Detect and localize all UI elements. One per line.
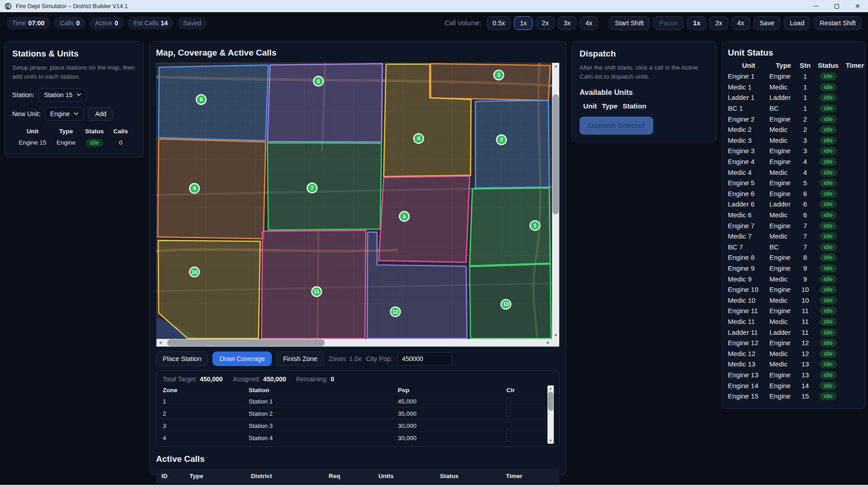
call-volume-0.5x[interactable]: 0.5x [487, 16, 511, 30]
scroll-up-icon[interactable]: ▲ [554, 64, 558, 68]
scroll-left-icon[interactable]: ◄ [158, 341, 162, 345]
restart-shift-button[interactable]: Restart Shift [814, 16, 862, 30]
unit-status-row[interactable]: BC 7BC7idle [728, 242, 859, 253]
map-vertical-scrollbar[interactable]: ▲ ▼ [552, 63, 559, 339]
unit-status-row[interactable]: Medic 7Medic7idle [728, 231, 859, 242]
station-marker-8[interactable]: 8 [196, 95, 206, 104]
zone-color-swatch[interactable] [506, 433, 511, 441]
save-button[interactable]: Save [754, 16, 780, 30]
unit-status-row[interactable]: Engine 12Engine12idle [728, 338, 859, 348]
zone-color-swatch[interactable] [506, 421, 511, 429]
unit-status-row[interactable]: Medic 13Medic13idle [728, 359, 859, 370]
call-volume-1x[interactable]: 1x [514, 16, 533, 30]
new-unit-select[interactable]: Engine [45, 107, 85, 121]
zone-table-scrollbar[interactable]: ▲ ▼ [547, 385, 554, 444]
station-unit-row[interactable]: Engine 15Engineidle0 [12, 136, 136, 149]
station-marker-1[interactable]: 1 [530, 221, 540, 230]
unit-status-row[interactable]: Engine 5Engine5idle [728, 178, 859, 188]
draw-coverage-button[interactable]: Draw Coverage [212, 352, 272, 366]
station-marker-5[interactable]: 5 [399, 211, 409, 221]
zone-color-swatch[interactable] [506, 409, 511, 417]
unit-status-row[interactable]: Engine 6Engine6idle [728, 188, 859, 199]
station-marker-10[interactable]: 10 [189, 267, 199, 277]
sim-speed-4x[interactable]: 4x [731, 16, 750, 30]
unit-status-row[interactable]: Engine 7Engine7idle [728, 220, 859, 231]
unit-status-row[interactable]: Engine 4Engine4idle [728, 156, 859, 167]
unit-status-row[interactable]: Ladder 1Ladder1idle [728, 92, 859, 103]
station-marker-3[interactable]: 3 [494, 70, 504, 80]
unit-status-row[interactable]: Medic 10Medic10idle [728, 295, 859, 305]
scroll-down-icon[interactable]: ▼ [554, 333, 558, 338]
map-horizontal-scrollbar[interactable]: ◄ ► [156, 339, 552, 347]
unit-status-row[interactable]: Ladder 11Ladder11idle [728, 327, 859, 338]
finish-zone-button[interactable]: Finish Zone [276, 352, 324, 366]
zone-polygon-8[interactable] [159, 65, 269, 141]
zone-polygon-2[interactable] [476, 100, 549, 188]
unit-status-row[interactable]: Engine 8Engine8idle [728, 252, 859, 263]
city-pop-input[interactable] [397, 352, 452, 366]
zone-polygon-10[interactable] [158, 240, 260, 338]
station-marker-13[interactable]: 13 [501, 300, 511, 309]
station-marker-9[interactable]: 9 [189, 183, 199, 193]
place-station-button[interactable]: Place Station [156, 352, 208, 366]
unit-status-row[interactable]: BC 1BC1idle [728, 103, 859, 114]
unit-status-row[interactable]: Medic 11Medic11idle [728, 316, 859, 327]
minimize-button[interactable] [806, 0, 826, 12]
unit-status-row[interactable]: Engine 11Engine11idle [728, 305, 859, 316]
add-unit-button[interactable]: Add [88, 107, 113, 121]
station-marker-12[interactable]: 12 [391, 307, 401, 316]
sim-speed-1x[interactable]: 1x [687, 16, 706, 30]
sim-speed-2x[interactable]: 2x [709, 16, 728, 30]
unit-status-row[interactable]: Engine 14Engine14idle [728, 380, 859, 391]
city-map[interactable]: 12345678910111213 [156, 63, 552, 339]
call-volume-3x[interactable]: 3x [558, 16, 576, 30]
unit-status-row[interactable]: Engine 10Engine10idle [728, 284, 859, 295]
scroll-up-icon[interactable]: ▲ [549, 386, 552, 390]
zone-polygon-11[interactable] [262, 230, 366, 338]
unit-status-row[interactable]: Medic 4Medic4idle [728, 167, 859, 178]
unit-status-row[interactable]: Medic 1Medic1idle [728, 82, 859, 93]
pause-button[interactable]: Pause [653, 16, 684, 30]
zone-color-swatch[interactable] [506, 397, 511, 404]
station-marker-2[interactable]: 2 [496, 135, 506, 145]
map-vscroll-thumb[interactable] [552, 94, 559, 214]
load-button[interactable]: Load [784, 16, 810, 30]
close-button[interactable]: ✕ [847, 0, 868, 12]
station-marker-11[interactable]: 11 [311, 287, 321, 296]
unit-status-row[interactable]: Engine 3Engine3idle [728, 145, 859, 156]
station-select[interactable]: Station 15 [38, 88, 87, 102]
scroll-down-icon[interactable]: ▼ [549, 439, 552, 443]
unit-status-row[interactable]: Engine 13Engine13idle [728, 370, 859, 380]
unit-status-row[interactable]: Engine 15Engine15idle [728, 391, 859, 402]
unit-status-row[interactable]: Engine 1Engine1idle [728, 71, 859, 82]
zone-polygon-13[interactable] [470, 264, 551, 338]
unit-status-row[interactable]: Medic 9Medic9idle [728, 273, 859, 284]
unit-status-row[interactable]: Engine 9Engine9idle [728, 263, 859, 274]
dispatch-selected-button[interactable]: Dispatch Selected [580, 117, 653, 135]
zone-polygon-6[interactable] [267, 64, 382, 142]
scroll-right-icon[interactable]: ► [546, 341, 550, 345]
zone-polygon-5[interactable] [379, 176, 470, 263]
station-marker-7[interactable]: 7 [307, 183, 317, 192]
unit-status-row[interactable]: Medic 6Medic6idle [728, 210, 859, 221]
call-volume-4x[interactable]: 4x [580, 16, 598, 30]
zone-polygon-3[interactable] [431, 64, 550, 100]
maximize-button[interactable] [826, 0, 847, 12]
station-marker-4[interactable]: 4 [414, 134, 424, 143]
unit-status-row[interactable]: Medic 12Medic12idle [728, 348, 859, 359]
unit-status-row[interactable]: Engine 2Engine2idle [728, 113, 859, 124]
zone-row[interactable]: 4Station 430,000 [162, 432, 547, 444]
station-marker-6[interactable]: 6 [313, 76, 323, 86]
zone-polygon-7[interactable] [267, 143, 381, 230]
zone-row[interactable]: 1Station 145,000 [162, 395, 547, 407]
unit-status-row[interactable]: Medic 2Medic2idle [728, 124, 859, 135]
unit-status-row[interactable]: Ladder 6Ladder6idle [728, 199, 859, 210]
zone-row[interactable]: 2Station 235,000 [162, 407, 547, 419]
unit-status-row[interactable]: Medic 3Medic3idle [728, 135, 859, 146]
map-hscroll-thumb[interactable] [167, 339, 325, 346]
start-shift-button[interactable]: Start Shift [609, 16, 650, 30]
zone-scroll-thumb[interactable] [548, 392, 553, 411]
zone-row[interactable]: 3Station 330,000 [162, 419, 547, 432]
call-volume-2x[interactable]: 2x [536, 16, 554, 30]
zone-polygon-9[interactable] [158, 139, 266, 239]
